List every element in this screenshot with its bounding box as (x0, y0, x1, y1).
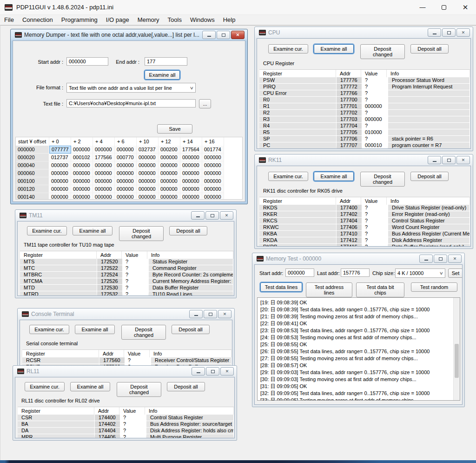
col-register[interactable]: Register (259, 197, 336, 205)
col-value[interactable]: Value (119, 407, 145, 415)
cell-value[interactable]: ? (123, 291, 148, 296)
dump-cell[interactable]: 000000 (159, 161, 180, 169)
cell-info[interactable]: Bus Address Register: source/target (146, 421, 233, 427)
cell-info[interactable] (388, 90, 469, 96)
test-data-lines-button[interactable]: Test data lines (260, 282, 302, 292)
table-row[interactable]: MTD 172530 ? Data Buffer Register (20, 285, 233, 291)
main-close-button[interactable]: ✕ (455, 0, 476, 15)
dump-cell[interactable]: 000000 (180, 154, 202, 161)
table-row[interactable]: R2 177702 ? (259, 110, 470, 116)
browse-button[interactable]: ... (199, 99, 211, 108)
cell-value[interactable]: ? (362, 211, 388, 217)
col-info[interactable]: Info (145, 407, 234, 415)
cell-value[interactable]: ? (362, 205, 388, 211)
cell-register[interactable]: MTRD (20, 291, 97, 296)
cell-register[interactable]: RKDS (259, 205, 336, 211)
dump-header-col[interactable]: + 2 (71, 137, 93, 146)
cell-info[interactable] (388, 97, 469, 103)
table-row[interactable]: SP 177706 ? stack pointer = R6 (259, 136, 470, 142)
set-button[interactable]: Set (448, 268, 463, 278)
table-row[interactable]: RKWC 177406 ? Word Count Register (259, 224, 470, 230)
cell-value[interactable]: ? (362, 90, 388, 96)
dump-cell[interactable]: 012737 (49, 154, 71, 161)
deposit-all-button[interactable]: Deposit all (169, 226, 207, 235)
dump-cell[interactable]: 000000 (137, 154, 159, 161)
minimize-button[interactable] (428, 156, 441, 164)
cell-value[interactable]: ? (362, 110, 388, 116)
cell-addr[interactable]: 172520 (97, 259, 122, 265)
test-random-button[interactable]: Test random (411, 282, 457, 292)
deposit-changed-button[interactable]: Deposit changed (360, 172, 405, 187)
menu-item[interactable]: File (0, 15, 18, 24)
examine-all-button[interactable]: Examine all (314, 172, 354, 181)
close-button[interactable]: ✕ (218, 310, 231, 318)
cell-info[interactable]: Command Register (149, 265, 233, 271)
cell-value[interactable]: 000000 (362, 116, 388, 122)
minimize-button[interactable] (191, 211, 205, 220)
dump-header-col[interactable]: + 14 (180, 137, 202, 146)
maximize-button[interactable] (217, 31, 230, 39)
dump-cell[interactable]: 177564 (180, 146, 202, 154)
dump-cell[interactable]: 000000 (137, 169, 159, 177)
cell-addr[interactable]: 174404 (95, 428, 120, 434)
deposit-all-button[interactable]: Deposit all (410, 44, 449, 54)
table-row[interactable]: MPR 174406 ? Multi Purpose Register (18, 434, 234, 438)
test-data-bit-chips-button[interactable]: Test data bit chips (356, 282, 404, 297)
cell-register[interactable]: MPR (18, 434, 94, 438)
col-register[interactable]: Register (259, 70, 336, 77)
cell-info[interactable]: Bus Address Register (Current Memor (388, 231, 469, 237)
deposit-changed-button[interactable]: Deposit changed (119, 226, 164, 241)
main-titlebar[interactable]: PDP11GUI v 1.48.6.2024 - pdp11.ini — ✕ (0, 0, 476, 15)
dump-cell[interactable]: 000000 (180, 193, 202, 200)
cell-register[interactable]: RKCS (259, 218, 336, 224)
dump-header-col[interactable]: + 12 (159, 137, 180, 146)
dump-cell[interactable]: 000000 (71, 169, 93, 177)
dump-cell[interactable]: 000000 (71, 193, 93, 200)
cell-register[interactable]: MTD (20, 285, 97, 291)
dump-cell[interactable]: 000000 (115, 169, 137, 177)
dump-cell[interactable]: 000000 (180, 169, 202, 177)
cell-value[interactable]: ? (120, 428, 146, 434)
examine-cur-button[interactable]: Examine cur. (29, 325, 69, 334)
table-row[interactable]: MTC 172522 ? Command Register (20, 265, 233, 271)
cell-addr[interactable]: 177410 (337, 231, 362, 237)
table-row[interactable]: RKER 177402 ? Error Register (read-only) (259, 211, 470, 217)
examine-all-button[interactable]: Examine all (70, 382, 110, 391)
dump-cell[interactable]: 000000 (93, 161, 115, 169)
dump-cell[interactable]: 000000 (49, 193, 71, 200)
dump-header-col[interactable]: + 6 (115, 137, 137, 146)
cell-info[interactable]: Drive Status Register (read-only) (388, 205, 469, 211)
cell-value[interactable]: ? (362, 224, 388, 230)
cell-register[interactable]: MTC (20, 265, 97, 271)
last-addr-input[interactable] (341, 268, 370, 277)
close-button[interactable]: ✕ (448, 255, 462, 263)
cell-value[interactable]: ? (362, 123, 388, 129)
dump-cell[interactable]: 032737 (137, 146, 159, 154)
table-row[interactable]: R5 177705 010000 (259, 129, 470, 135)
cell-value[interactable]: 010000 (362, 129, 388, 135)
menu-item[interactable]: Windows (186, 15, 219, 24)
table-row[interactable]: R4 177704 ? (259, 123, 470, 129)
dump-cell[interactable]: 177566 (93, 154, 115, 161)
cell-register[interactable]: MTBRC (20, 272, 97, 278)
table-row[interactable]: BA 174402 ? Bus Address Register: source… (18, 421, 234, 427)
table-row[interactable]: MTRD 172532 ? TU10 Read Lines (20, 291, 233, 296)
cell-addr[interactable]: 177560 (99, 357, 125, 363)
start-addr-input[interactable] (66, 57, 108, 66)
cell-register[interactable]: SP (259, 136, 336, 142)
cell-info[interactable]: Program Interrupt Request (388, 84, 469, 90)
cell-addr[interactable]: 172530 (97, 285, 122, 291)
cell-addr[interactable]: 174400 (95, 415, 120, 421)
cell-info[interactable]: Disk Address Register (388, 237, 469, 243)
rk11-titlebar[interactable]: RK11 ✕ (257, 154, 471, 166)
table-row[interactable]: RKDB 177416 ? Data Buffer Register (read… (259, 244, 470, 247)
table-row[interactable]: DA 174404 ? Disk Address Register: holds… (18, 428, 234, 434)
dump-cell[interactable]: 000000 (202, 177, 224, 185)
cell-register[interactable]: MTCMA (20, 278, 97, 284)
dump-cell[interactable]: 000000 (115, 193, 137, 200)
close-button[interactable]: ✕ (456, 28, 470, 37)
cell-addr[interactable]: 177700 (337, 97, 362, 103)
close-button[interactable]: ✕ (231, 31, 245, 39)
cell-addr[interactable]: 172532 (97, 291, 122, 296)
dump-row-addr[interactable]: 000120 (16, 185, 49, 193)
